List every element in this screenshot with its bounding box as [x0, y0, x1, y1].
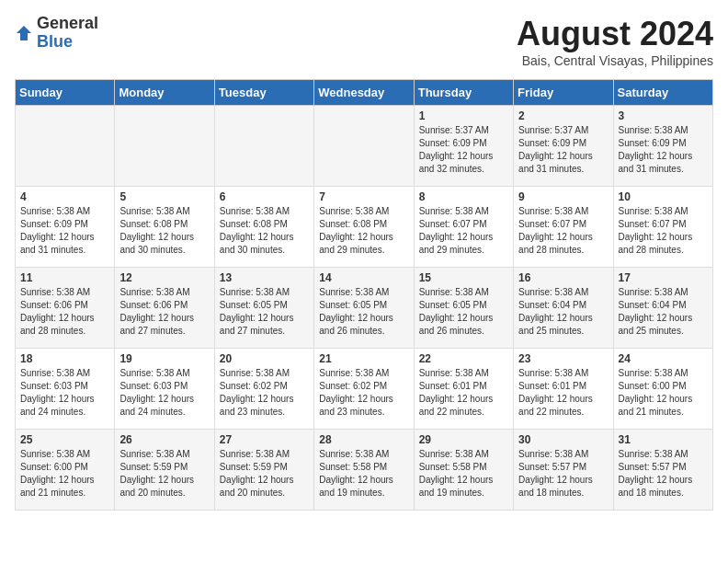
- calendar-cell: 10Sunrise: 5:38 AM Sunset: 6:07 PM Dayli…: [613, 187, 712, 268]
- calendar-cell: 16Sunrise: 5:38 AM Sunset: 6:04 PM Dayli…: [514, 268, 613, 349]
- day-number: 6: [220, 190, 309, 203]
- week-row-5: 25Sunrise: 5:38 AM Sunset: 6:00 PM Dayli…: [16, 430, 713, 511]
- day-info: Sunrise: 5:38 AM Sunset: 6:07 PM Dayligh…: [518, 205, 608, 257]
- day-number: 7: [319, 190, 408, 203]
- calendar-cell: 6Sunrise: 5:38 AM Sunset: 6:08 PM Daylig…: [214, 187, 313, 268]
- calendar-cell: 30Sunrise: 5:38 AM Sunset: 5:57 PM Dayli…: [514, 430, 613, 511]
- day-number: 9: [518, 190, 608, 203]
- day-info: Sunrise: 5:37 AM Sunset: 6:09 PM Dayligh…: [419, 124, 508, 176]
- header-tuesday: Tuesday: [214, 80, 313, 106]
- day-number: 15: [419, 271, 508, 284]
- day-info: Sunrise: 5:38 AM Sunset: 6:04 PM Dayligh…: [619, 286, 708, 338]
- calendar-cell: 21Sunrise: 5:38 AM Sunset: 6:02 PM Dayli…: [314, 349, 414, 430]
- calendar-cell: 5Sunrise: 5:38 AM Sunset: 6:08 PM Daylig…: [115, 187, 214, 268]
- calendar-cell: 7Sunrise: 5:38 AM Sunset: 6:08 PM Daylig…: [314, 187, 414, 268]
- day-info: Sunrise: 5:38 AM Sunset: 5:57 PM Dayligh…: [518, 448, 608, 500]
- day-number: 2: [518, 109, 608, 122]
- header: General Blue August 2024 Bais, Central V…: [15, 15, 713, 68]
- day-number: 25: [20, 433, 109, 446]
- calendar-cell: 12Sunrise: 5:38 AM Sunset: 6:06 PM Dayli…: [115, 268, 214, 349]
- calendar-header-row: SundayMondayTuesdayWednesdayThursdayFrid…: [16, 80, 713, 106]
- calendar-cell: [115, 106, 214, 187]
- calendar-cell: 8Sunrise: 5:38 AM Sunset: 6:07 PM Daylig…: [414, 187, 513, 268]
- day-info: Sunrise: 5:38 AM Sunset: 6:03 PM Dayligh…: [119, 367, 209, 419]
- day-number: 18: [20, 352, 109, 365]
- day-number: 17: [619, 271, 708, 284]
- calendar-cell: 22Sunrise: 5:38 AM Sunset: 6:01 PM Dayli…: [414, 349, 513, 430]
- day-info: Sunrise: 5:38 AM Sunset: 6:06 PM Dayligh…: [119, 286, 209, 338]
- calendar-cell: 14Sunrise: 5:38 AM Sunset: 6:05 PM Dayli…: [314, 268, 414, 349]
- day-info: Sunrise: 5:38 AM Sunset: 6:03 PM Dayligh…: [20, 367, 109, 419]
- day-info: Sunrise: 5:38 AM Sunset: 6:01 PM Dayligh…: [518, 367, 608, 419]
- week-row-2: 4Sunrise: 5:38 AM Sunset: 6:09 PM Daylig…: [16, 187, 713, 268]
- day-number: 10: [619, 190, 708, 203]
- day-number: 1: [419, 109, 508, 122]
- day-info: Sunrise: 5:38 AM Sunset: 6:02 PM Dayligh…: [319, 367, 408, 419]
- calendar-cell: 15Sunrise: 5:38 AM Sunset: 6:05 PM Dayli…: [414, 268, 513, 349]
- week-row-3: 11Sunrise: 5:38 AM Sunset: 6:06 PM Dayli…: [16, 268, 713, 349]
- day-info: Sunrise: 5:38 AM Sunset: 6:08 PM Dayligh…: [319, 205, 408, 257]
- calendar-cell: [314, 106, 414, 187]
- header-saturday: Saturday: [613, 80, 712, 106]
- day-info: Sunrise: 5:38 AM Sunset: 6:01 PM Dayligh…: [419, 367, 508, 419]
- calendar-cell: 18Sunrise: 5:38 AM Sunset: 6:03 PM Dayli…: [16, 349, 115, 430]
- logo: General Blue: [15, 15, 98, 52]
- calendar-cell: 28Sunrise: 5:38 AM Sunset: 5:58 PM Dayli…: [314, 430, 414, 511]
- day-number: 3: [619, 109, 708, 122]
- calendar-cell: 24Sunrise: 5:38 AM Sunset: 6:00 PM Dayli…: [613, 349, 712, 430]
- day-info: Sunrise: 5:38 AM Sunset: 6:00 PM Dayligh…: [619, 367, 708, 419]
- day-info: Sunrise: 5:38 AM Sunset: 6:06 PM Dayligh…: [20, 286, 109, 338]
- day-info: Sunrise: 5:38 AM Sunset: 6:00 PM Dayligh…: [20, 448, 109, 500]
- day-number: 13: [220, 271, 309, 284]
- week-row-4: 18Sunrise: 5:38 AM Sunset: 6:03 PM Dayli…: [16, 349, 713, 430]
- calendar-cell: 13Sunrise: 5:38 AM Sunset: 6:05 PM Dayli…: [214, 268, 313, 349]
- day-number: 26: [119, 433, 209, 446]
- day-info: Sunrise: 5:38 AM Sunset: 5:58 PM Dayligh…: [419, 448, 508, 500]
- day-info: Sunrise: 5:38 AM Sunset: 5:57 PM Dayligh…: [619, 448, 708, 500]
- calendar-cell: 25Sunrise: 5:38 AM Sunset: 6:00 PM Dayli…: [16, 430, 115, 511]
- calendar-cell: 19Sunrise: 5:38 AM Sunset: 6:03 PM Dayli…: [115, 349, 214, 430]
- day-number: 21: [319, 352, 408, 365]
- day-info: Sunrise: 5:38 AM Sunset: 6:05 PM Dayligh…: [319, 286, 408, 338]
- day-number: 12: [119, 271, 209, 284]
- day-info: Sunrise: 5:38 AM Sunset: 6:07 PM Dayligh…: [419, 205, 508, 257]
- calendar-cell: 11Sunrise: 5:38 AM Sunset: 6:06 PM Dayli…: [16, 268, 115, 349]
- calendar-cell: 20Sunrise: 5:38 AM Sunset: 6:02 PM Dayli…: [214, 349, 313, 430]
- day-number: 30: [518, 433, 608, 446]
- header-thursday: Thursday: [414, 80, 513, 106]
- calendar-cell: 4Sunrise: 5:38 AM Sunset: 6:09 PM Daylig…: [16, 187, 115, 268]
- calendar-cell: 26Sunrise: 5:38 AM Sunset: 5:59 PM Dayli…: [115, 430, 214, 511]
- day-number: 4: [20, 190, 109, 203]
- header-monday: Monday: [115, 80, 214, 106]
- day-number: 31: [619, 433, 708, 446]
- header-sunday: Sunday: [16, 80, 115, 106]
- day-info: Sunrise: 5:38 AM Sunset: 6:09 PM Dayligh…: [20, 205, 109, 257]
- day-info: Sunrise: 5:38 AM Sunset: 6:02 PM Dayligh…: [220, 367, 309, 419]
- day-number: 14: [319, 271, 408, 284]
- calendar-cell: 3Sunrise: 5:38 AM Sunset: 6:09 PM Daylig…: [613, 106, 712, 187]
- day-info: Sunrise: 5:38 AM Sunset: 6:05 PM Dayligh…: [419, 286, 508, 338]
- calendar-cell: 2Sunrise: 5:37 AM Sunset: 6:09 PM Daylig…: [514, 106, 613, 187]
- day-info: Sunrise: 5:38 AM Sunset: 6:05 PM Dayligh…: [220, 286, 309, 338]
- header-wednesday: Wednesday: [314, 80, 414, 106]
- day-info: Sunrise: 5:38 AM Sunset: 6:09 PM Dayligh…: [619, 124, 708, 176]
- week-row-1: 1Sunrise: 5:37 AM Sunset: 6:09 PM Daylig…: [16, 106, 713, 187]
- day-number: 23: [518, 352, 608, 365]
- calendar-table: SundayMondayTuesdayWednesdayThursdayFrid…: [15, 79, 713, 511]
- day-number: 16: [518, 271, 608, 284]
- day-info: Sunrise: 5:38 AM Sunset: 5:59 PM Dayligh…: [119, 448, 209, 500]
- day-info: Sunrise: 5:38 AM Sunset: 5:59 PM Dayligh…: [220, 448, 309, 500]
- day-number: 29: [419, 433, 508, 446]
- day-info: Sunrise: 5:38 AM Sunset: 5:58 PM Dayligh…: [319, 448, 408, 500]
- day-info: Sunrise: 5:37 AM Sunset: 6:09 PM Dayligh…: [518, 124, 608, 176]
- day-number: 5: [119, 190, 209, 203]
- calendar-cell: 23Sunrise: 5:38 AM Sunset: 6:01 PM Dayli…: [514, 349, 613, 430]
- logo-text: General Blue: [37, 15, 98, 52]
- day-info: Sunrise: 5:38 AM Sunset: 6:04 PM Dayligh…: [518, 286, 608, 338]
- day-number: 20: [220, 352, 309, 365]
- location-subtitle: Bais, Central Visayas, Philippines: [517, 53, 713, 68]
- calendar-cell: 31Sunrise: 5:38 AM Sunset: 5:57 PM Dayli…: [613, 430, 712, 511]
- day-number: 24: [619, 352, 708, 365]
- day-info: Sunrise: 5:38 AM Sunset: 6:08 PM Dayligh…: [119, 205, 209, 257]
- day-number: 11: [20, 271, 109, 284]
